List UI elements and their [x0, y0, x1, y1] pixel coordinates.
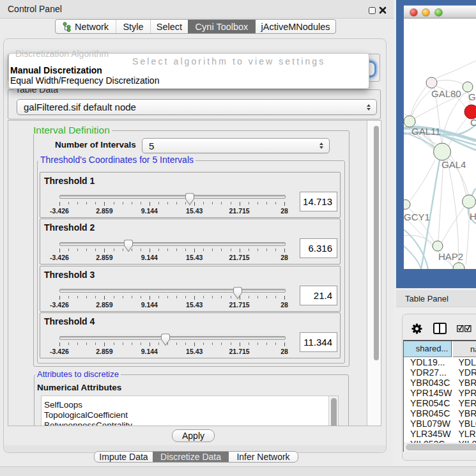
- svg-text:GCY1: GCY1: [404, 211, 430, 222]
- svg-text:GAL4: GAL4: [441, 159, 466, 170]
- svg-text:GAL80: GAL80: [431, 88, 461, 99]
- svg-text:HAP2: HAP2: [438, 251, 463, 262]
- svg-text:C: C: [470, 117, 476, 128]
- svg-text:GAL11: GAL11: [411, 126, 441, 137]
- svg-text:H: H: [470, 211, 476, 222]
- svg-text:GA: GA: [468, 91, 476, 102]
